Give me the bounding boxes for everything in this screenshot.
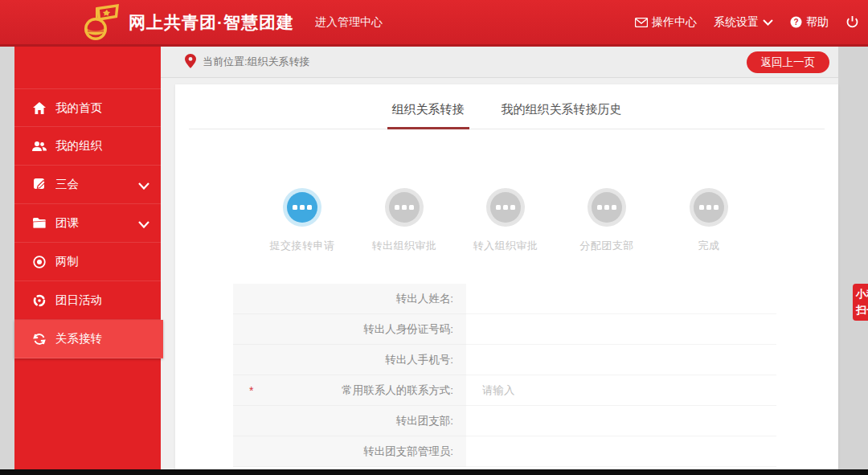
- ellipsis-icon: [592, 192, 622, 223]
- ellipsis-icon: [490, 192, 521, 223]
- step-submit-application: 提交接转申请: [264, 188, 341, 253]
- enter-admin-center-link[interactable]: 进入管理中心: [315, 15, 383, 30]
- sidebar-item-my-home[interactable]: 我的首页: [14, 88, 161, 127]
- chevron-down-icon: [138, 179, 149, 192]
- field-label: 转出人手机号:: [233, 345, 466, 375]
- power-icon: [845, 15, 859, 29]
- sidebar-item-league-day-activity[interactable]: 团日活动: [14, 281, 161, 320]
- app-header: 网上共青团·智慧团建 进入管理中心 操作中心 系统设置 ? 帮助: [0, 0, 868, 47]
- home-icon: [32, 100, 47, 115]
- breadcrumb-bar: 当前位置:组织关系转接 返回上一页: [161, 47, 838, 78]
- ellipsis-icon: [694, 192, 724, 223]
- ellipsis-icon: [287, 192, 317, 223]
- field-value: [466, 284, 776, 314]
- tab-transfer-history[interactable]: 我的组织关系转接历史: [497, 102, 627, 129]
- page: 网上共青团·智慧团建 进入管理中心 操作中心 系统设置 ? 帮助: [0, 0, 868, 475]
- target-icon: [32, 255, 47, 269]
- system-settings-menu[interactable]: 系统设置: [714, 15, 773, 30]
- league-emblem-icon: [80, 2, 122, 43]
- content-card: 组织关系转接 我的组织关系转接历史 提交接转申请 转出组织审批: [175, 84, 838, 469]
- field-label: 转出人姓名:: [233, 284, 466, 314]
- tab-organization-transfer[interactable]: 组织关系转接: [387, 102, 469, 129]
- folder-icon: [32, 216, 47, 231]
- form-row-out-phone: 转出人手机号:: [233, 345, 776, 375]
- header-nav: 操作中心 系统设置 ? 帮助: [635, 0, 866, 44]
- help-link[interactable]: ? 帮助: [790, 15, 829, 30]
- field-value: [466, 314, 776, 345]
- step-circle-halo: [690, 188, 728, 227]
- transfer-form: 转出人姓名: 转出人身份证号码: 转出人手机号: *: [233, 284, 776, 467]
- activity-icon: [32, 293, 47, 308]
- form-row-out-id-number: 转出人身份证号码:: [233, 314, 776, 345]
- step-circle-halo: [588, 188, 626, 227]
- field-label: * 常用联系人的联系方式:: [233, 375, 466, 406]
- logout-power-button[interactable]: [845, 15, 866, 29]
- action-center-link[interactable]: 操作中心: [635, 15, 697, 30]
- question-circle-icon: ?: [790, 16, 802, 28]
- note-icon: [32, 178, 47, 192]
- sync-icon: [32, 332, 47, 346]
- svg-text:?: ?: [793, 18, 798, 27]
- field-label: 转出人身份证号码:: [233, 314, 466, 345]
- step-circle-halo: [486, 188, 525, 227]
- location-pin-icon: [185, 54, 196, 71]
- field-value: [466, 406, 776, 436]
- app-title: 网上共青团·智慧团建: [129, 11, 294, 34]
- required-asterisk: *: [249, 384, 253, 397]
- sidebar-item-relation-transfer[interactable]: 关系接转: [14, 320, 163, 358]
- mini-program-tab[interactable]: 小程 扫一: [853, 284, 868, 321]
- form-row-contact-method: * 常用联系人的联系方式:: [233, 375, 776, 406]
- form-row-out-branch-admin: 转出团支部管理员:: [233, 436, 776, 467]
- chevron-down-icon: [138, 218, 149, 231]
- sidebar-nav: 我的首页 我的组织 三会 团课: [14, 47, 161, 469]
- step-circle-halo: [385, 188, 424, 227]
- field-value: [466, 375, 776, 406]
- chevron-down-icon: [763, 19, 773, 26]
- back-button[interactable]: 返回上一页: [747, 51, 830, 73]
- field-label: 转出团支部管理员:: [233, 436, 466, 467]
- step-incoming-org-approval: 转入组织审批: [467, 188, 544, 253]
- field-value: [466, 345, 776, 375]
- progress-steps: 提交接转申请 转出组织审批 转入组织审批 分配团支部: [175, 185, 838, 265]
- left-gutter: [0, 47, 14, 469]
- breadcrumb: 当前位置:组织关系转接: [185, 54, 310, 71]
- field-label: 转出团支部:: [233, 406, 466, 436]
- step-circle-halo: [283, 188, 321, 227]
- bottom-black-bar: [0, 469, 868, 475]
- form-row-out-name: 转出人姓名:: [233, 284, 776, 314]
- step-assign-branch: 分配团支部: [568, 188, 645, 253]
- step-outgoing-org-approval: 转出组织审批: [366, 188, 443, 253]
- sidebar-item-two-systems[interactable]: 两制: [14, 243, 161, 281]
- contact-method-input[interactable]: [482, 384, 762, 396]
- tab-bar: 组织关系转接 我的组织关系转接历史: [189, 84, 825, 129]
- field-value: [466, 436, 776, 467]
- users-icon: [32, 139, 47, 154]
- ellipsis-icon: [389, 192, 420, 223]
- sidebar-item-three-meetings[interactable]: 三会: [14, 166, 161, 204]
- right-gutter: [838, 47, 868, 469]
- league-logo: 网上共青团·智慧团建: [80, 2, 294, 43]
- step-complete: 完成: [670, 188, 747, 253]
- sidebar-item-league-class[interactable]: 团课: [14, 204, 161, 243]
- form-row-out-branch: 转出团支部:: [233, 406, 776, 436]
- sidebar-item-my-organization[interactable]: 我的组织: [14, 127, 161, 166]
- envelope-icon: [635, 18, 648, 27]
